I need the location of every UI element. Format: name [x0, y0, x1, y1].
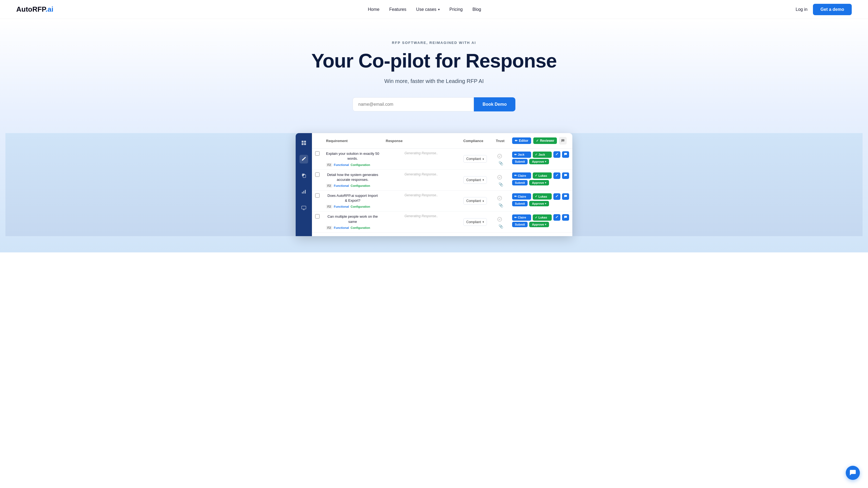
- attachment-icon: 📎: [496, 224, 506, 229]
- tag-functional[interactable]: Functional: [334, 184, 349, 187]
- requirement-cell: Explain your solution in exactly 50 word…: [323, 149, 382, 169]
- login-button[interactable]: Log in: [796, 7, 807, 12]
- approve-chevron-icon: ▾: [545, 182, 546, 184]
- trust-cell: 📎: [493, 190, 509, 211]
- chat-button[interactable]: [562, 151, 569, 158]
- sidebar-icon-chart[interactable]: [300, 187, 308, 196]
- editor-name-button[interactable]: ✏ Claire: [512, 193, 531, 199]
- th-compliance: Compliance: [460, 133, 493, 149]
- sidebar-icon-monitor[interactable]: [300, 204, 308, 212]
- response-text: Generating Response..: [386, 193, 457, 197]
- editor-name-button[interactable]: ✏ Claire: [512, 215, 531, 221]
- requirement-text: Can multiple people work on the same: [326, 214, 379, 224]
- svg-rect-5: [302, 192, 303, 194]
- table-row: Detail how the system generates accurate…: [312, 169, 572, 190]
- edit-button[interactable]: [553, 172, 560, 179]
- table-header-row: Requirement Response Compliance Trust ✏ …: [312, 133, 572, 149]
- actions-cell: ✏ Claire ✓ Lukas Submit: [509, 169, 572, 190]
- sidebar-icon-edit[interactable]: [300, 155, 308, 163]
- tag-functional[interactable]: Functional: [334, 226, 349, 229]
- trust-icon: [496, 152, 503, 160]
- response-text: Generating Response..: [386, 151, 457, 155]
- approve-button[interactable]: Approve ▾: [529, 222, 549, 227]
- attachment-icon: 📎: [496, 161, 506, 165]
- reviewer-name-button[interactable]: ✓ Jack: [533, 152, 552, 158]
- trust-cell: 📎: [493, 212, 509, 232]
- reviewer-name-button[interactable]: ✓ Lukas: [533, 215, 552, 221]
- hero-tag: RFP SOFTWARE, REIMAGINED WITH AI: [5, 41, 863, 45]
- edit-button[interactable]: [553, 193, 560, 200]
- compliance-cell: Compliant ▾: [460, 169, 493, 190]
- reviewer-name-button[interactable]: ✓ Lukas: [533, 193, 552, 199]
- response-cell[interactable]: Generating Response..: [382, 149, 460, 169]
- approve-button[interactable]: Approve ▾: [529, 201, 549, 206]
- nav-features[interactable]: Features: [389, 7, 406, 12]
- email-input[interactable]: [352, 97, 474, 111]
- submit-button[interactable]: Submit: [512, 222, 528, 227]
- hero-section: RFP SOFTWARE, REIMAGINED WITH AI Your Co…: [0, 19, 868, 252]
- edit-button[interactable]: [553, 151, 560, 158]
- chat-button[interactable]: [562, 214, 569, 221]
- nav-logo[interactable]: AutoRFP.ai: [16, 5, 54, 13]
- approve-button[interactable]: Approve ▾: [529, 159, 549, 164]
- nav-home[interactable]: Home: [368, 7, 379, 12]
- book-demo-button[interactable]: Book Demo: [474, 97, 516, 111]
- row-checkbox[interactable]: [315, 193, 319, 198]
- tag-functional[interactable]: Functional: [334, 163, 349, 166]
- response-cell[interactable]: Generating Response..: [382, 190, 460, 211]
- submit-button[interactable]: Submit: [512, 180, 528, 186]
- tag-configuration[interactable]: Configuration: [350, 226, 370, 229]
- compliance-button[interactable]: Compliant ▾: [463, 197, 487, 205]
- compliance-button[interactable]: Compliant ▾: [463, 155, 487, 163]
- row-checkbox[interactable]: [315, 214, 319, 219]
- compliance-cell: Compliant ▾: [460, 149, 493, 169]
- submit-approve-row: Submit Approve ▾: [512, 180, 569, 186]
- nav-blog[interactable]: Blog: [472, 7, 481, 12]
- tag-configuration[interactable]: Configuration: [350, 184, 370, 187]
- compliance-button[interactable]: Compliant ▾: [463, 176, 487, 184]
- editor-name: Jack: [518, 153, 524, 156]
- submit-button[interactable]: Submit: [512, 201, 528, 206]
- approve-label: Approve: [532, 160, 544, 163]
- nav-use-cases[interactable]: Use cases ▾: [416, 7, 440, 12]
- editor-name: Claire: [518, 216, 526, 219]
- trust-icon: [496, 173, 503, 181]
- edit-button[interactable]: [553, 214, 560, 221]
- actions-cell: ✏ Jack ✓ Jack Submit: [509, 149, 572, 169]
- req-tags: F2 Functional Configuration: [326, 205, 379, 208]
- compliance-button[interactable]: Compliant ▾: [463, 218, 487, 226]
- req-tags: F2 Functional Configuration: [326, 184, 379, 188]
- approve-chevron-icon: ▾: [545, 202, 546, 205]
- requirement-text: Detail how the system generates accurate…: [326, 172, 379, 182]
- chat-header-icon: [559, 137, 567, 144]
- sidebar-icon-grid[interactable]: [300, 138, 308, 147]
- response-text: Generating Response..: [386, 172, 457, 176]
- nav-pricing[interactable]: Pricing: [450, 7, 463, 12]
- tag-configuration[interactable]: Configuration: [350, 163, 370, 166]
- chat-button[interactable]: [562, 172, 569, 179]
- submit-button[interactable]: Submit: [512, 159, 528, 164]
- reviewer-name-button[interactable]: ✓ Lukas: [533, 172, 552, 178]
- get-demo-button[interactable]: Get a demo: [813, 4, 852, 15]
- row-checkbox[interactable]: [315, 151, 319, 156]
- reviewer-name: Lukas: [538, 216, 547, 219]
- editor-name-button[interactable]: ✏ Claire: [512, 172, 531, 178]
- response-cell[interactable]: Generating Response..: [382, 212, 460, 232]
- actions-cell: ✏ Claire ✓ Lukas Submit: [509, 190, 572, 211]
- reviewer-check-icon: ✓: [535, 216, 537, 219]
- approve-label: Approve: [532, 223, 544, 226]
- tag-functional[interactable]: Functional: [334, 205, 349, 208]
- row-checkbox[interactable]: [315, 172, 319, 177]
- editor-name-button[interactable]: ✏ Jack: [512, 152, 531, 158]
- response-cell[interactable]: Generating Response..: [382, 169, 460, 190]
- approve-button[interactable]: Approve ▾: [529, 180, 549, 186]
- trust-icon: [496, 194, 503, 202]
- reviewer-header-badge: ✓ Reviewer: [533, 137, 557, 144]
- tag-configuration[interactable]: Configuration: [350, 205, 370, 208]
- sidebar-icon-copy[interactable]: [300, 171, 308, 180]
- chat-button[interactable]: [562, 193, 569, 200]
- submit-approve-row: Submit Approve ▾: [512, 222, 569, 227]
- reviewer-name: Lukas: [538, 174, 547, 177]
- editor-pencil-icon: ✏: [514, 216, 517, 219]
- reviewer-check-icon: ✓: [535, 153, 537, 156]
